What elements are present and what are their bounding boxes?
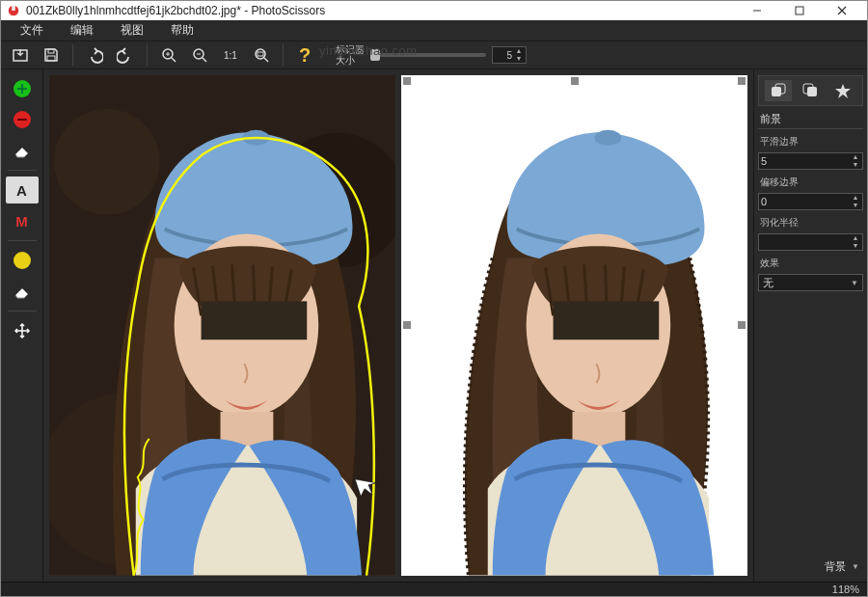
main-area: A M [1,69,867,582]
zoom-level: 118% [832,583,859,595]
svg-line-14 [203,58,206,62]
open-icon [12,46,29,64]
handle-tc[interactable] [571,77,579,85]
zoom-in-icon [160,46,177,64]
svg-marker-43 [835,84,851,98]
svg-rect-31 [202,301,308,339]
chevron-down-icon[interactable]: ▼ [850,242,861,250]
window-title: 001ZkB0lly1hlnmhcdtfej61jk2bchdt02.jpg* … [26,4,738,17]
marker-size-slider[interactable] [370,53,486,57]
chevron-up-icon[interactable]: ▲ [850,234,861,242]
close-icon [837,6,847,15]
menu-view[interactable]: 视图 [107,20,157,41]
minimize-icon [752,6,762,15]
star-icon [834,83,852,98]
handle-tl[interactable] [403,77,411,85]
offset-label: 偏移边界 [758,174,863,189]
chevron-up-icon[interactable]: ▲ [850,194,861,202]
add-bg-marker-button[interactable] [6,106,39,133]
add-fg-marker-button[interactable] [6,75,39,102]
svg-text:1:1: 1:1 [224,50,237,61]
zoom-actual-icon: 1:1 [222,46,239,64]
svg-point-26 [54,109,160,215]
eraser2-button[interactable] [6,278,39,305]
toolbar: 1:1 ? 标记器 大小 5 ▲ ▼ yinghezha [1,41,867,69]
spinner-up-icon[interactable]: ▲ [513,47,525,55]
zoom-actual-button[interactable]: 1:1 [217,41,244,68]
menu-help[interactable]: 帮助 [157,20,207,41]
save-icon [42,46,60,64]
feather-spinner[interactable]: ▲▼ [758,233,863,251]
handle-tr[interactable] [738,77,746,85]
marker-size-group: 标记器 大小 5 ▲ ▼ [322,44,527,66]
eraser-icon [13,143,32,158]
source-pane[interactable] [49,75,395,576]
tab-foreground[interactable] [765,80,792,101]
eraser-button[interactable] [6,137,39,164]
marker-size-spinner[interactable]: 5 ▲ ▼ [492,46,527,64]
handle-mr[interactable] [738,321,746,329]
section-foreground-title: 前景 [758,110,863,129]
plus-green-icon [14,80,31,97]
source-image [49,75,395,576]
offset-value: 0 [761,196,767,207]
save-button[interactable] [38,41,65,68]
undo-button[interactable] [81,41,108,68]
chevron-down-icon[interactable]: ▼ [852,562,859,571]
svg-rect-3 [796,7,803,14]
yellow-marker-button[interactable] [6,247,39,274]
menubar: 文件 编辑 视图 帮助 [1,20,867,41]
auto-mode-label: A [16,182,27,199]
handle-ml[interactable] [403,321,411,329]
chevron-down-icon[interactable]: ▼ [850,202,861,209]
zoom-out-button[interactable] [186,41,213,68]
effect-combo[interactable]: 无 ▼ [758,274,863,291]
minimize-button[interactable] [738,1,776,20]
left-toolstrip: A M [1,69,43,582]
window-buttons [738,1,861,20]
move-button[interactable] [6,317,39,344]
svg-rect-19 [258,52,263,56]
toolbar-sep-2 [147,44,148,66]
spinner-down-icon[interactable]: ▼ [513,55,525,63]
menu-file[interactable]: 文件 [7,20,57,41]
open-button[interactable] [7,41,34,68]
props-spacer [758,295,863,554]
maximize-button[interactable] [780,1,819,20]
effect-value: 无 [763,276,773,290]
move-icon [14,322,31,339]
svg-rect-39 [772,87,781,96]
app-window: 001ZkB0lly1hlnmhcdtfej61jk2bchdt02.jpg* … [0,0,868,597]
svg-rect-1 [12,6,15,11]
svg-rect-37 [554,301,660,339]
zoom-fit-button[interactable] [248,41,275,68]
help-button[interactable]: ? [291,41,318,68]
marker-label-1: 标记器 [336,44,365,55]
redo-button[interactable] [112,41,139,68]
manual-mode-button[interactable]: M [6,207,39,234]
result-pane[interactable] [401,75,747,576]
redo-icon [117,46,134,64]
svg-rect-41 [807,87,817,96]
close-button[interactable] [823,1,861,20]
statusbar: 118% [1,582,867,596]
app-icon [7,4,20,17]
zoom-out-icon [191,46,208,64]
layers-front-icon [770,83,787,98]
zoom-in-button[interactable] [155,41,182,68]
auto-mode-button[interactable]: A [6,176,39,204]
menu-edit[interactable]: 编辑 [57,20,107,41]
toolstrip-sep-2 [8,240,37,241]
minus-red-icon [14,111,31,128]
props-tabs [758,75,863,106]
slider-thumb[interactable] [370,49,380,61]
smooth-label: 平滑边界 [758,133,863,149]
help-icon: ? [299,44,311,67]
smooth-spinner[interactable]: 5 ▲▼ [758,152,863,170]
toolstrip-sep-1 [8,170,37,171]
offset-spinner[interactable]: 0 ▲▼ [758,193,863,210]
chevron-down-icon[interactable]: ▼ [850,161,861,169]
chevron-up-icon[interactable]: ▲ [850,153,861,161]
tab-favorites[interactable] [829,80,856,101]
tab-background[interactable] [797,80,824,101]
